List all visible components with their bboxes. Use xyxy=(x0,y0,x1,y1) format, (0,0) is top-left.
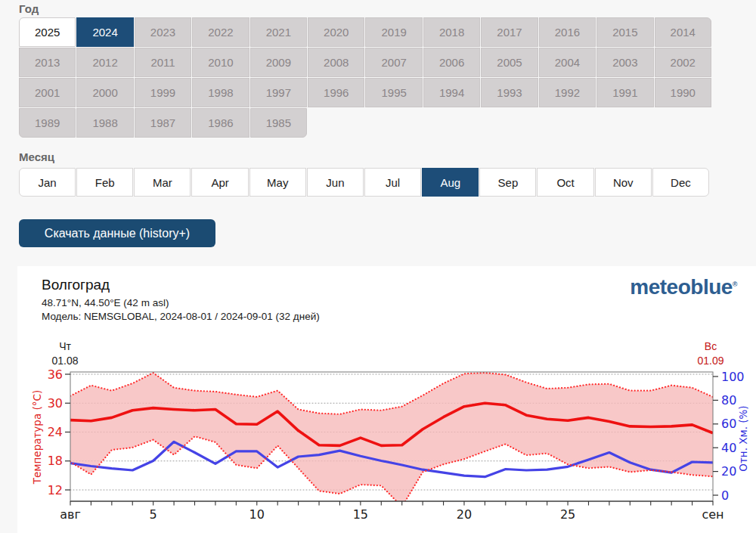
year-button-2021[interactable]: 2021 xyxy=(250,17,307,47)
month-button-aug[interactable]: Aug xyxy=(422,168,479,197)
year-button-1999[interactable]: 1999 xyxy=(135,78,191,107)
x-axis-tick-label: авг xyxy=(60,507,81,522)
year-button-2012[interactable]: 2012 xyxy=(76,48,133,77)
year-button-1991[interactable]: 1991 xyxy=(596,78,653,107)
download-data-button[interactable]: Скачать данные (history+) xyxy=(19,219,215,247)
year-button-2007[interactable]: 2007 xyxy=(365,48,422,77)
month-button-mar[interactable]: Mar xyxy=(134,168,191,197)
year-button-2020[interactable]: 2020 xyxy=(308,17,364,47)
year-button-2003[interactable]: 2003 xyxy=(596,48,653,77)
year-button-2025[interactable]: 2025 xyxy=(19,17,76,47)
year-button-2016[interactable]: 2016 xyxy=(539,17,596,47)
year-button-1994[interactable]: 1994 xyxy=(423,78,480,107)
x-axis-tick-label: 15 xyxy=(353,507,368,522)
year-button-2001[interactable]: 2001 xyxy=(19,78,76,107)
temperature-humidity-chart: 3630241812100806040200авг510152025сенТем… xyxy=(30,333,756,533)
year-button-2005[interactable]: 2005 xyxy=(481,48,538,77)
year-button-1985[interactable]: 1985 xyxy=(250,108,307,138)
right-axis-tick-label: 80 xyxy=(721,393,736,407)
registered-mark-icon: ® xyxy=(733,280,737,288)
month-button-jul[interactable]: Jul xyxy=(364,168,421,197)
chart-title: Волгоград xyxy=(42,277,110,293)
year-button-2019[interactable]: 2019 xyxy=(365,17,422,47)
right-axis-tick-label: 60 xyxy=(721,417,736,431)
left-axis-tick-label: 18 xyxy=(48,454,63,468)
month-button-oct[interactable]: Oct xyxy=(537,168,593,197)
month-button-dec[interactable]: Dec xyxy=(652,168,709,197)
year-button-1986[interactable]: 1986 xyxy=(192,108,249,138)
year-button-2004[interactable]: 2004 xyxy=(539,48,596,77)
year-button-2006[interactable]: 2006 xyxy=(423,48,480,77)
year-button-1988[interactable]: 1988 xyxy=(76,108,133,138)
month-grid: JanFebMarAprMayJunJulAugSepOctNovDec xyxy=(19,168,709,197)
year-button-2014[interactable]: 2014 xyxy=(655,17,711,47)
left-axis-tick-label: 30 xyxy=(48,396,63,411)
chart-model-info: Модель: NEMSGLOBAL, 2024-08-01 / 2024-09… xyxy=(42,311,320,322)
x-axis-tick-label: 10 xyxy=(249,507,265,522)
year-button-1992[interactable]: 1992 xyxy=(539,78,596,107)
year-button-2010[interactable]: 2010 xyxy=(192,48,249,77)
year-button-2002[interactable]: 2002 xyxy=(655,48,711,77)
month-button-feb[interactable]: Feb xyxy=(76,168,133,197)
left-axis-title: Температура (°C) xyxy=(31,390,43,485)
month-button-jun[interactable]: Jun xyxy=(307,168,364,197)
year-button-2013[interactable]: 2013 xyxy=(19,48,76,77)
year-button-1997[interactable]: 1997 xyxy=(250,78,307,107)
right-axis-tick-label: 100 xyxy=(721,370,745,384)
year-button-1987[interactable]: 1987 xyxy=(135,108,191,138)
year-button-2017[interactable]: 2017 xyxy=(481,17,538,47)
year-button-2022[interactable]: 2022 xyxy=(192,17,249,47)
year-button-2015[interactable]: 2015 xyxy=(596,17,653,47)
month-button-may[interactable]: May xyxy=(249,168,306,197)
left-axis-tick-label: 12 xyxy=(48,483,63,497)
x-axis-tick-label: 20 xyxy=(457,507,472,522)
year-button-1989[interactable]: 1989 xyxy=(19,108,76,138)
month-section-label: Месяц xyxy=(19,150,54,163)
year-button-2008[interactable]: 2008 xyxy=(308,48,364,77)
x-axis-tick-label: сен xyxy=(702,507,723,522)
year-button-2009[interactable]: 2009 xyxy=(250,48,307,77)
year-button-2023[interactable]: 2023 xyxy=(135,17,191,47)
year-grid: 2025202420232022202120202019201820172016… xyxy=(19,17,711,138)
month-button-jan[interactable]: Jan xyxy=(19,168,76,197)
year-button-2018[interactable]: 2018 xyxy=(423,17,480,47)
meteoblue-logo-text: meteoblue xyxy=(630,275,733,299)
year-button-1990[interactable]: 1990 xyxy=(655,78,711,107)
year-button-2024[interactable]: 2024 xyxy=(76,17,133,47)
month-button-sep[interactable]: Sep xyxy=(479,168,536,197)
year-button-1998[interactable]: 1998 xyxy=(192,78,249,107)
x-axis-tick-label: 5 xyxy=(150,507,157,522)
year-button-1995[interactable]: 1995 xyxy=(365,78,422,107)
year-button-1993[interactable]: 1993 xyxy=(481,78,538,107)
left-axis-tick-label: 36 xyxy=(48,367,63,382)
meteoblue-logo: meteoblue® xyxy=(630,275,737,299)
right-axis-title: Отн. Хм. (%) xyxy=(737,405,749,471)
year-button-1996[interactable]: 1996 xyxy=(308,78,364,107)
chart-panel: Волгоград 48.71°N, 44.50°E (42 m asl) Мо… xyxy=(17,266,756,533)
right-axis-tick-label: 40 xyxy=(721,441,736,455)
x-axis-tick-label: 25 xyxy=(560,507,575,522)
year-button-2000[interactable]: 2000 xyxy=(76,78,133,107)
month-button-nov[interactable]: Nov xyxy=(595,168,652,197)
left-axis-tick-label: 24 xyxy=(48,425,63,439)
chart-location: 48.71°N, 44.50°E (42 m asl) xyxy=(42,297,169,308)
right-axis-tick-label: 0 xyxy=(721,488,729,503)
temperature-minmax-band xyxy=(70,373,713,507)
year-button-2011[interactable]: 2011 xyxy=(135,48,191,77)
right-axis-tick-label: 20 xyxy=(721,464,736,479)
year-section-label: Год xyxy=(19,2,39,15)
month-button-apr[interactable]: Apr xyxy=(191,168,248,197)
